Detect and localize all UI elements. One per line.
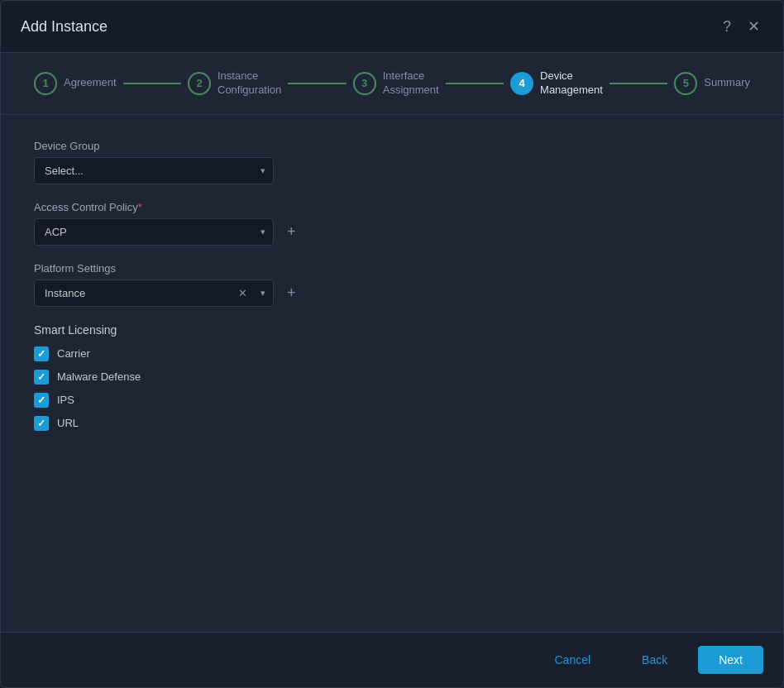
smart-licensing-group: Smart Licensing Carrier Malware Defense … xyxy=(34,323,750,431)
url-label: URL xyxy=(57,417,79,429)
add-access-control-button[interactable]: + xyxy=(280,220,303,244)
step-label-2: InstanceConfiguration xyxy=(218,69,281,98)
access-control-select-container: ACP ▾ xyxy=(34,218,274,246)
step-circle-2: 2 xyxy=(188,72,211,95)
connector-1-2 xyxy=(123,83,181,84)
step-3: 3 InterfaceAssignment xyxy=(353,69,439,98)
checkbox-ips: IPS xyxy=(34,393,750,408)
step-1: 1 Agreement xyxy=(34,72,117,95)
add-platform-settings-button[interactable]: + xyxy=(280,281,303,305)
platform-settings-group: Platform Settings Instance ✕ ▾ + xyxy=(34,262,750,307)
clear-platform-settings-button[interactable]: ✕ xyxy=(235,287,251,299)
add-instance-modal: Add Instance ? ✕ 1 Agreement 2 InstanceC… xyxy=(0,0,784,688)
modal-content: Device Group Select... ▾ Access Control … xyxy=(1,115,783,632)
checkbox-malware-defense: Malware Defense xyxy=(34,370,750,385)
modal-footer: Cancel Back Next xyxy=(1,632,783,687)
step-label-1: Agreement xyxy=(64,76,117,90)
step-label-3: InterfaceAssignment xyxy=(383,69,439,98)
platform-settings-select-container: Instance ✕ ▾ xyxy=(34,280,274,307)
modal-header: Add Instance ? ✕ xyxy=(1,1,783,53)
back-button[interactable]: Back xyxy=(621,646,688,674)
step-circle-3: 3 xyxy=(353,72,376,95)
malware-defense-checkbox[interactable] xyxy=(34,370,49,385)
connector-3-4 xyxy=(446,83,504,84)
access-control-select[interactable]: ACP xyxy=(34,218,274,246)
header-icons: ? ✕ xyxy=(719,14,763,39)
next-button[interactable]: Next xyxy=(698,646,763,674)
access-control-group: Access Control Policy* ACP ▾ + xyxy=(34,201,750,246)
step-5: 5 Summary xyxy=(674,72,750,95)
ips-checkbox[interactable] xyxy=(34,393,49,408)
connector-4-5 xyxy=(610,83,667,84)
malware-defense-label: Malware Defense xyxy=(57,370,141,383)
clear-icon: ✕ xyxy=(238,287,247,299)
step-4: 4 DeviceManagement xyxy=(510,69,603,98)
url-checkbox[interactable] xyxy=(34,416,49,431)
smart-licensing-title: Smart Licensing xyxy=(34,323,750,337)
carrier-label: Carrier xyxy=(57,347,90,360)
stepper: 1 Agreement 2 InstanceConfiguration 3 In… xyxy=(1,53,783,115)
step-circle-5: 5 xyxy=(674,72,697,95)
cancel-button[interactable]: Cancel xyxy=(533,646,611,674)
help-button[interactable]: ? xyxy=(719,15,734,39)
device-group-group: Device Group Select... ▾ xyxy=(34,140,750,184)
platform-settings-wrapper: Instance ✕ ▾ + xyxy=(34,280,750,307)
step-label-4: DeviceManagement xyxy=(540,69,603,98)
add-icon-2: + xyxy=(287,284,296,302)
platform-settings-label: Platform Settings xyxy=(34,262,750,275)
device-group-label: Device Group xyxy=(34,140,750,152)
device-group-select-container: Select... ▾ xyxy=(34,157,274,184)
help-icon: ? xyxy=(723,18,731,36)
ips-label: IPS xyxy=(57,394,74,406)
carrier-checkbox[interactable] xyxy=(34,346,49,361)
step-circle-1: 1 xyxy=(34,72,57,95)
step-2: 2 InstanceConfiguration xyxy=(188,69,281,98)
close-icon: ✕ xyxy=(748,17,760,36)
access-control-wrapper: ACP ▾ + xyxy=(34,218,750,246)
step-circle-4: 4 xyxy=(510,72,533,95)
checkbox-carrier: Carrier xyxy=(34,346,750,361)
close-button[interactable]: ✕ xyxy=(744,14,763,39)
device-group-select[interactable]: Select... xyxy=(34,157,274,184)
add-icon: + xyxy=(287,223,296,241)
connector-2-3 xyxy=(288,83,346,84)
device-group-wrapper: Select... ▾ xyxy=(34,157,750,184)
step-label-5: Summary xyxy=(704,76,750,90)
checkbox-url: URL xyxy=(34,416,750,431)
modal-title: Add Instance xyxy=(21,18,108,36)
access-control-label: Access Control Policy* xyxy=(34,201,750,213)
